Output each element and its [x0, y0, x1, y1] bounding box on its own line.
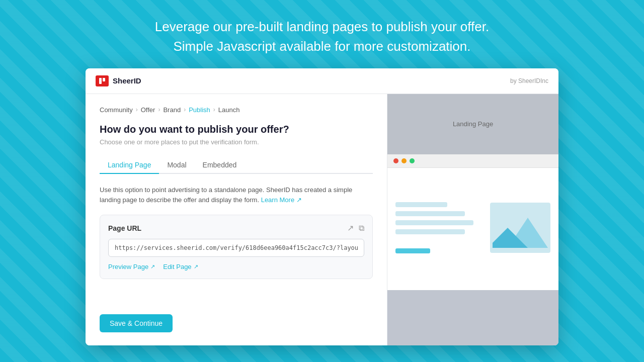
browser-mock	[387, 154, 558, 290]
tab-landing-page[interactable]: Landing Page	[100, 157, 159, 174]
breadcrumb: Community › Offer › Brand › Publish › La…	[100, 106, 373, 114]
logo: SheerID	[96, 75, 141, 86]
hero-text: Leverage our pre-built landing pages to …	[155, 17, 489, 56]
save-continue-button[interactable]: Save & Continue	[100, 314, 173, 332]
landing-page-label: Landing Page	[387, 94, 558, 154]
mock-line-1	[395, 202, 447, 207]
page-title: How do you want to publish your offer?	[100, 124, 373, 135]
page-subtitle: Choose one or more places to put the ver…	[100, 138, 373, 146]
url-card-icons	[347, 223, 364, 233]
dot-red	[393, 158, 398, 163]
copy-url-button[interactable]	[359, 223, 364, 233]
mountain-image	[490, 203, 550, 253]
preview-page-link[interactable]: Preview Page	[108, 263, 155, 270]
tab-description-text: Use this option to point advertising to …	[100, 186, 352, 204]
mock-line-2	[395, 211, 465, 216]
dot-green	[410, 158, 415, 163]
logo-name: SheerID	[113, 76, 141, 85]
dot-yellow	[401, 158, 407, 163]
breadcrumb-sep-3: ›	[184, 106, 186, 113]
browser-left-content	[395, 176, 482, 280]
breadcrumb-offer[interactable]: Offer	[141, 106, 155, 114]
window-header: SheerID by SheerIDInc	[86, 68, 558, 94]
tab-embedded[interactable]: Embedded	[195, 157, 245, 174]
hero-line2: Simple Javascript available for more cus…	[173, 39, 470, 54]
svg-rect-0	[99, 78, 102, 84]
right-panel: Landing Page	[387, 94, 558, 345]
url-card-title: Page URL	[108, 224, 141, 232]
breadcrumb-launch: Launch	[218, 106, 240, 114]
left-panel: Community › Offer › Brand › Publish › La…	[86, 94, 387, 345]
learn-more-icon: ↗	[296, 196, 302, 204]
tab-bar: Landing Page Modal Embedded	[100, 157, 373, 174]
svg-rect-1	[103, 78, 105, 81]
browser-right-content	[490, 176, 550, 280]
hero-line1: Leverage our pre-built landing pages to …	[155, 19, 489, 34]
breadcrumb-brand[interactable]: Brand	[163, 106, 181, 114]
tab-description: Use this option to point advertising to …	[100, 185, 373, 206]
mock-btn-line	[395, 248, 430, 253]
breadcrumb-sep-1: ›	[136, 106, 138, 113]
by-label: by SheerIDInc	[510, 77, 548, 84]
open-url-button[interactable]	[347, 223, 354, 233]
breadcrumb-sep-2: ›	[158, 106, 160, 113]
logo-icon	[96, 75, 109, 86]
url-input[interactable]	[108, 239, 364, 257]
url-links: Preview Page Edit Page	[108, 263, 364, 270]
url-card: Page URL Preview Page Edit Page	[100, 215, 373, 279]
breadcrumb-sep-4: ›	[213, 106, 215, 113]
mock-line-3	[395, 220, 473, 225]
tab-modal[interactable]: Modal	[159, 157, 194, 174]
browser-content	[387, 168, 558, 288]
app-window: SheerID by SheerIDInc Community › Offer …	[86, 68, 558, 345]
browser-dots	[387, 154, 558, 168]
mock-line-4	[395, 229, 465, 234]
breadcrumb-community[interactable]: Community	[100, 106, 133, 114]
edit-page-link[interactable]: Edit Page	[163, 263, 198, 270]
breadcrumb-publish[interactable]: Publish	[189, 106, 210, 114]
bottom-gray-area	[387, 290, 558, 345]
url-card-header: Page URL	[108, 223, 364, 233]
learn-more-link[interactable]: Learn More ↗	[261, 196, 302, 204]
window-body: Community › Offer › Brand › Publish › La…	[86, 94, 558, 345]
